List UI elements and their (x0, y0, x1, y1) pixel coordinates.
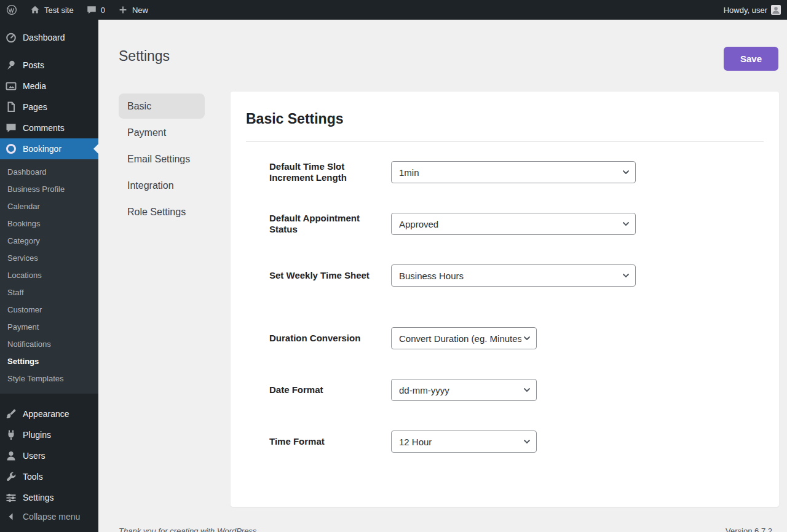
field-row: Default Time Slot Increment Length 1min (269, 161, 764, 183)
site-menu[interactable]: Test site (23, 0, 80, 20)
pushpin-icon (5, 59, 17, 71)
paintbrush-icon (5, 408, 17, 420)
sidebar-item-settings[interactable]: Settings (0, 487, 98, 508)
sidebar-item-dashboard[interactable]: Dashboard (0, 27, 98, 48)
sidebar-item-posts[interactable]: Posts (0, 55, 98, 76)
comments-count: 0 (101, 6, 105, 15)
sidebar-item-label: Tools (23, 472, 43, 482)
admin-bar-left: Test site 0 New (0, 0, 154, 20)
save-button[interactable]: Save (724, 47, 778, 71)
sidebar-item-media[interactable]: Media (0, 76, 98, 97)
select-value: 1min (399, 167, 419, 178)
settings-nav-payment[interactable]: Payment (119, 120, 205, 145)
footer-period: . (256, 526, 259, 532)
submenu-item-payment[interactable]: Payment (0, 319, 98, 336)
comments-menu[interactable]: 0 (80, 0, 111, 20)
admin-bar-right: Howdy, user (718, 0, 787, 20)
wordpress-link[interactable]: WordPress (217, 526, 256, 532)
submenu-item-services[interactable]: Services (0, 250, 98, 267)
content-header: Settings Save (98, 20, 787, 71)
chevron-down-icon (521, 436, 532, 447)
appointment-status-select[interactable]: Approved (391, 213, 636, 235)
field-label: Duration Conversion (269, 333, 391, 344)
field-row: Default Appointment Status Approved (269, 213, 764, 235)
panel-title: Basic Settings (246, 110, 764, 127)
footer-version: Version 6.7.2 (726, 526, 772, 532)
collapse-menu-label: Collapse menu (23, 512, 80, 522)
sidebar-item-label: Dashboard (23, 33, 65, 42)
comment-icon (86, 4, 97, 15)
settings-nav-integration[interactable]: Integration (119, 173, 205, 198)
select-value: Approved (399, 219, 438, 229)
sidebar-item-label: Bookingor (23, 144, 61, 154)
sidebar-item-plugins[interactable]: Plugins (0, 424, 98, 445)
menu-separator (0, 394, 98, 403)
sidebar-item-comments[interactable]: Comments (0, 117, 98, 138)
bookingor-submenu: Dashboard Business Profile Calendar Book… (0, 159, 98, 394)
submenu-item-settings[interactable]: Settings (0, 353, 98, 370)
admin-footer: Thank you for creating withWordPress. Ve… (98, 507, 787, 532)
sidebar-item-tools[interactable]: Tools (0, 466, 98, 487)
settings-nav-role-settings[interactable]: Role Settings (119, 199, 205, 224)
time-format-select[interactable]: 12 Hour (391, 431, 537, 453)
field-row: Set Weekly Time Sheet Business Hours (269, 264, 764, 287)
submenu-item-notifications[interactable]: Notifications (0, 336, 98, 353)
field-label: Date Format (269, 384, 391, 395)
submenu-item-style-templates[interactable]: Style Templates (0, 370, 98, 387)
settings-layout: Basic Payment Email Settings Integration… (119, 92, 779, 507)
submenu-item-dashboard[interactable]: Dashboard (0, 164, 98, 181)
main-content: Settings Save Basic Payment Email Settin… (98, 20, 787, 532)
sidebar-item-label: Plugins (23, 430, 51, 440)
sidebar-item-label: Pages (23, 102, 47, 112)
settings-nav: Basic Payment Email Settings Integration… (119, 93, 205, 226)
sidebar-item-label: Media (23, 81, 46, 91)
submenu-item-calendar[interactable]: Calendar (0, 198, 98, 215)
chevron-down-icon (521, 384, 532, 395)
sidebar-item-label: Comments (23, 123, 65, 133)
field-label: Set Weekly Time Sheet (269, 270, 391, 281)
sidebar-item-bookingor[interactable]: Bookingor (0, 138, 98, 159)
field-row: Duration Conversion Convert Duration (eg… (269, 327, 764, 349)
select-value: Business Hours (399, 271, 464, 281)
settings-nav-basic[interactable]: Basic (119, 93, 205, 119)
settings-nav-email-settings[interactable]: Email Settings (119, 146, 205, 172)
plus-icon (117, 4, 129, 15)
sidebar-item-appearance[interactable]: Appearance (0, 403, 98, 424)
page-title: Settings (119, 47, 170, 65)
chevron-down-icon (620, 218, 631, 229)
site-name: Test site (44, 6, 74, 15)
field-label: Default Time Slot Increment Length (269, 161, 391, 183)
plug-icon (5, 429, 17, 441)
home-icon (30, 4, 41, 15)
comment-bubble-icon (5, 122, 17, 134)
howdy-text: Howdy, user (724, 6, 767, 15)
sidebar-item-users[interactable]: Users (0, 445, 98, 466)
submenu-item-business-profile[interactable]: Business Profile (0, 181, 98, 198)
howdy-menu[interactable]: Howdy, user (718, 0, 787, 20)
date-format-select[interactable]: dd-mm-yyyy (391, 379, 537, 401)
menu-separator (0, 48, 98, 55)
collapse-menu-button[interactable]: Collapse menu (0, 506, 98, 527)
chevron-down-icon (620, 167, 631, 178)
panel-divider (246, 141, 764, 142)
submenu-item-bookings[interactable]: Bookings (0, 215, 98, 232)
sidebar-item-label: Posts (23, 60, 44, 70)
submenu-item-category[interactable]: Category (0, 232, 98, 250)
submenu-item-staff[interactable]: Staff (0, 284, 98, 301)
submenu-item-customer[interactable]: Customer (0, 301, 98, 319)
sidebar-item-pages[interactable]: Pages (0, 97, 98, 117)
duration-conversion-select[interactable]: Convert Duration (eg. Minutes (391, 327, 537, 349)
submenu-item-locations[interactable]: Locations (0, 267, 98, 284)
admin-bar: Test site 0 New Howdy, user (0, 0, 787, 20)
default-time-slot-select[interactable]: 1min (391, 161, 636, 183)
new-menu[interactable]: New (111, 0, 154, 20)
weekly-time-sheet-select[interactable]: Business Hours (391, 264, 636, 287)
collapse-arrow-icon (5, 510, 17, 523)
basic-settings-panel: Basic Settings Default Time Slot Increme… (231, 92, 779, 507)
wp-logo-menu[interactable] (0, 0, 23, 20)
admin-sidebar: Dashboard Posts Media Pages Comments Boo… (0, 20, 98, 532)
sliders-icon (5, 491, 17, 504)
avatar (771, 5, 781, 15)
media-icon (5, 80, 17, 92)
bookingor-plugin-icon (5, 143, 17, 155)
